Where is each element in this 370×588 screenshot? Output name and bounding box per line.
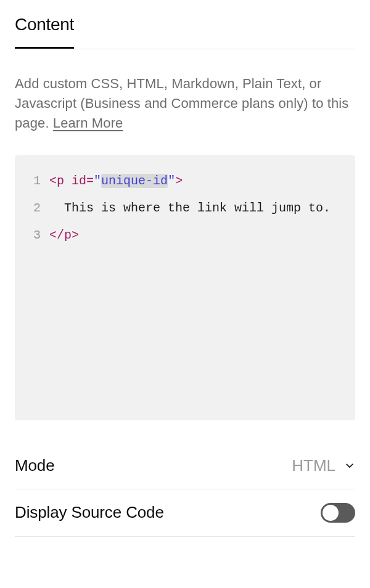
line-content: <p id="unique-id"> (49, 168, 344, 195)
display-source-toggle[interactable] (321, 503, 355, 523)
line-content: </p> (49, 222, 344, 249)
line-number: 2 (26, 195, 49, 222)
mode-select[interactable]: HTML (292, 456, 355, 475)
learn-more-link[interactable]: Learn More (53, 115, 123, 131)
line-content: This is where the link will jump to. (49, 195, 344, 222)
mode-value: HTML (292, 456, 335, 475)
mode-label: Mode (15, 456, 55, 475)
chevron-down-icon (344, 460, 355, 471)
display-source-row: Display Source Code (15, 489, 355, 537)
display-source-label: Display Source Code (15, 503, 164, 522)
description-text: Add custom CSS, HTML, Markdown, Plain Te… (15, 74, 355, 133)
toggle-knob (323, 505, 339, 521)
mode-row: Mode HTML (15, 443, 355, 489)
code-line: 1 <p id="unique-id"> (26, 168, 344, 195)
tab-content[interactable]: Content (15, 15, 74, 49)
line-number: 3 (26, 222, 49, 249)
code-editor[interactable]: 1 <p id="unique-id"> 2 This is where the… (15, 155, 355, 420)
code-line: 3 </p> (26, 222, 344, 249)
tab-header: Content (15, 15, 355, 49)
code-line: 2 This is where the link will jump to. (26, 195, 344, 222)
line-number: 1 (26, 168, 49, 195)
